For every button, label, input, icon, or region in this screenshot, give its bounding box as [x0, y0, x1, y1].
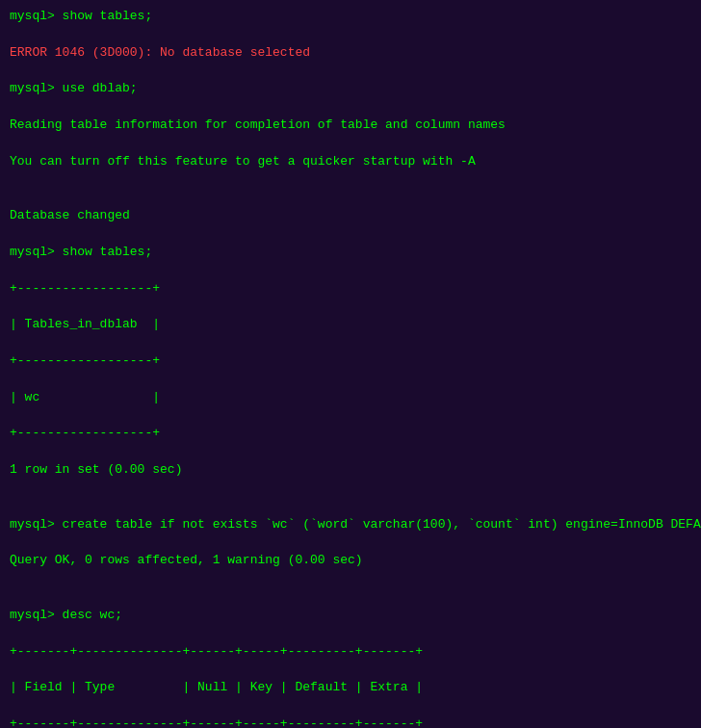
terminal-line: | wc | — [10, 389, 691, 407]
terminal-line: ERROR 1046 (3D000): No database selected — [10, 44, 691, 63]
terminal-line: mysql> use dblab; — [10, 80, 691, 98]
terminal-line: mysql> show tables; — [10, 244, 691, 262]
terminal-line: Query OK, 0 rows affected, 1 warning (0.… — [10, 552, 691, 570]
terminal-line: +------------------+ — [10, 425, 691, 443]
terminal-line: You can turn off this feature to get a q… — [10, 153, 691, 171]
terminal-line: mysql> create table if not exists `wc` (… — [10, 516, 691, 534]
terminal-line: +------------------+ — [10, 280, 691, 299]
terminal-line: Reading table information for completion… — [10, 117, 691, 135]
terminal-line: +-------+--------------+------+-----+---… — [10, 643, 691, 662]
terminal-line: mysql> desc wc; — [10, 607, 691, 625]
terminal-line: 1 row in set (0.00 sec) — [10, 461, 691, 480]
terminal-line: | Field | Type | Null | Key | Default | … — [10, 679, 691, 697]
terminal-line: | Tables_in_dblab | — [10, 316, 691, 334]
terminal-line: +-------+--------------+------+-----+---… — [10, 715, 691, 728]
terminal-line: +------------------+ — [10, 352, 691, 371]
terminal-line: mysql> show tables; — [10, 8, 691, 26]
terminal-line: Database changed — [10, 207, 691, 225]
terminal-window: mysql> show tables; ERROR 1046 (3D000): … — [10, 8, 691, 728]
